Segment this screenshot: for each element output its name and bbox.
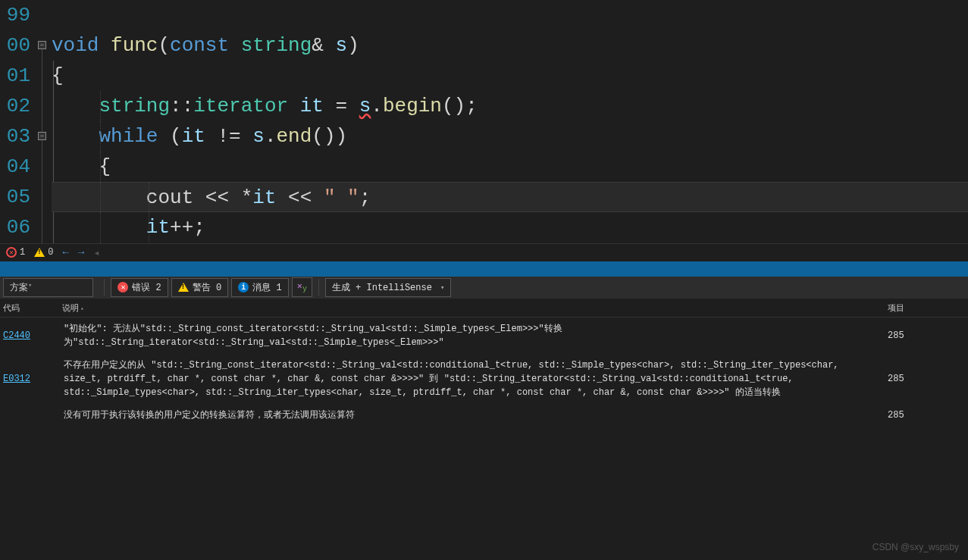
panel-title-bar[interactable] xyxy=(0,261,968,277)
error-row[interactable]: C2440 "初始化": 无法从"std::_String_const_iter… xyxy=(0,318,968,354)
fold-toggle-icon[interactable]: − xyxy=(38,41,46,49)
error-project: 285 xyxy=(885,408,968,422)
fold-toggle-icon[interactable]: − xyxy=(38,132,46,140)
line-number-gutter: 99 00 01 02 03 04 05 06 07 08 09 10 xyxy=(0,0,38,243)
error-code-link[interactable]: C2440 xyxy=(0,322,59,349)
errors-filter-button[interactable]: ✕ 错误 2 xyxy=(111,278,168,297)
current-line: cout << *it << " "; xyxy=(52,182,968,212)
code-content[interactable]: void func(const string& s) { string::ite… xyxy=(52,0,968,243)
warnings-filter-button[interactable]: 警告 0 xyxy=(171,278,228,297)
nav-back-icon[interactable]: ← xyxy=(62,246,68,258)
warning-icon xyxy=(178,283,189,292)
error-code-link[interactable]: E0312 xyxy=(0,358,59,399)
error-row[interactable]: E0312 不存在用户定义的从 "std::_String_const_iter… xyxy=(0,354,968,404)
error-description: 没有可用于执行该转换的用户定义的转换运算符，或者无法调用该运算符 xyxy=(59,408,885,422)
status-warning-count[interactable]: 0 xyxy=(34,247,53,258)
nav-forward-icon[interactable]: → xyxy=(78,246,84,258)
error-icon: ✕ xyxy=(6,247,17,258)
error-squiggle: s xyxy=(359,95,371,117)
error-description: 不存在用户定义的从 "std::_String_const_iterator<s… xyxy=(59,358,885,399)
clear-icon: ✕y xyxy=(297,281,307,292)
fold-gutter: − − − xyxy=(38,0,52,243)
nav-caret-icon: ◂ xyxy=(93,246,99,259)
messages-filter-button[interactable]: i 消息 1 xyxy=(231,278,288,297)
sort-asc-icon: ▴ xyxy=(80,305,84,311)
editor-status-bar: ✕ 1 0 ← → ◂ xyxy=(0,243,968,261)
column-header-project[interactable]: 项目 xyxy=(885,299,968,317)
error-row[interactable]: 没有可用于执行该转换的用户定义的转换运算符，或者无法调用该运算符 285 xyxy=(0,404,968,427)
status-error-count[interactable]: ✕ 1 xyxy=(6,247,25,258)
warning-icon xyxy=(34,248,45,257)
error-project: 285 xyxy=(885,358,968,399)
solution-dropdown[interactable]: 方案 ▾ xyxy=(3,278,93,297)
error-icon: ✕ xyxy=(117,282,128,293)
error-list-header: 代码 说明▴ 项目 xyxy=(0,299,968,318)
build-intellisense-dropdown[interactable]: 生成 + IntelliSense xyxy=(325,278,451,297)
error-description: "初始化": 无法从"std::_String_const_iterator<s… xyxy=(59,322,885,349)
column-header-description[interactable]: 说明▴ xyxy=(59,299,885,317)
error-list-toolbar: 方案 ▾ ✕ 错误 2 警告 0 i 消息 1 ✕y 生成 + IntelliS… xyxy=(0,277,968,299)
code-editor[interactable]: 99 00 01 02 03 04 05 06 07 08 09 10 − − … xyxy=(0,0,968,243)
column-header-code[interactable]: 代码 xyxy=(0,299,59,317)
error-project: 285 xyxy=(885,322,968,349)
error-list[interactable]: C2440 "初始化": 无法从"std::_String_const_iter… xyxy=(0,318,968,561)
error-code-link[interactable] xyxy=(0,408,59,422)
info-icon: i xyxy=(238,282,249,293)
watermark: CSDN @sxy_wspsby xyxy=(872,542,959,552)
clear-button[interactable]: ✕y xyxy=(292,277,312,296)
